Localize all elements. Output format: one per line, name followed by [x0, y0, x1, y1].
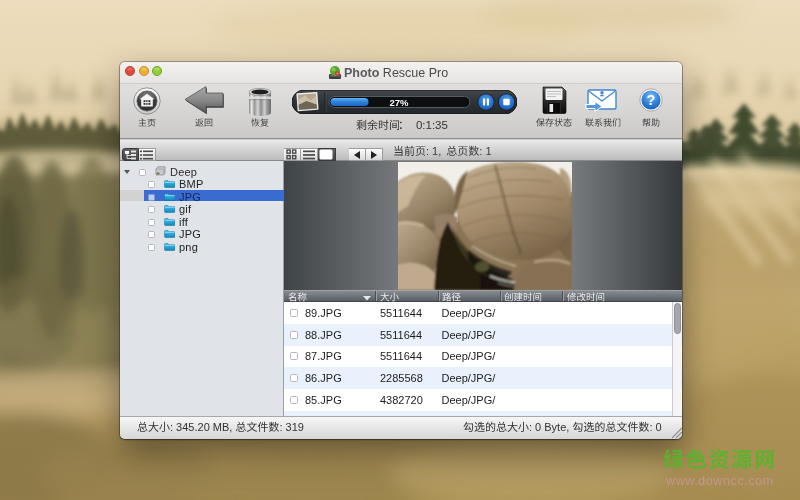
svg-text:27%: 27%: [389, 97, 409, 108]
svg-text:Rescue Pro: Rescue Pro: [379, 66, 448, 80]
svg-text:: 0 Byte,: : 0 Byte,: [529, 421, 572, 433]
svg-text:: 345.20 MB,: : 345.20 MB,: [170, 421, 235, 433]
svg-text:: 1,: : 1,: [426, 145, 444, 157]
svg-text:www.downcc.com: www.downcc.com: [665, 474, 774, 488]
svg-text:: 1: : 1: [479, 145, 491, 157]
svg-text:0:1:35: 0:1:35: [410, 119, 448, 131]
svg-text:: 0: : 0: [650, 421, 662, 433]
svg-text:: 319: : 319: [279, 421, 303, 433]
svg-text:Photo: Photo: [344, 66, 380, 80]
svg-text:?: ?: [647, 92, 656, 108]
